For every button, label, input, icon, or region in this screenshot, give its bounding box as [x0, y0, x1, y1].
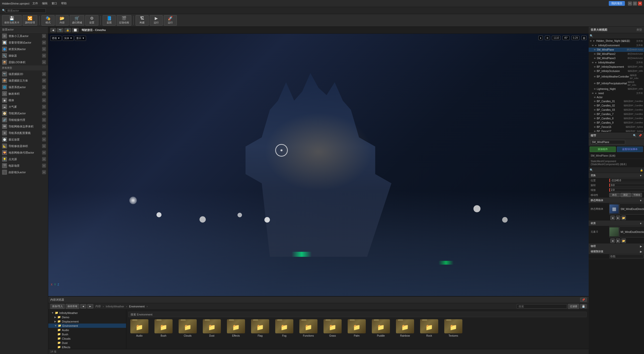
- content-button[interactable]: 📂 内容: [56, 15, 69, 26]
- close-button[interactable]: ✕: [638, 2, 642, 6]
- outliner-item-bp-candles-01[interactable]: 👁 BP_Candles_01 编辑器BP_Candles: [589, 99, 644, 103]
- material-browse[interactable]: 📂: [621, 238, 626, 243]
- folder-clouds[interactable]: 📁 Clouds: [177, 318, 199, 347]
- add-terrain-proxy-btn[interactable]: +: [42, 151, 46, 155]
- save-all-button[interactable]: 保存所有: [66, 304, 79, 309]
- left-item-scene-capture-2d[interactable]: 📷 场景捕获2D +: [0, 71, 48, 77]
- nav-forward-btn[interactable]: ►: [87, 304, 93, 308]
- marketplace-button[interactable]: 🛒 虚幻商城: [70, 15, 84, 26]
- outliner-item-bp-candles-02[interactable]: 👁 BP_Candles_02 编辑器BP_Candles: [589, 103, 644, 108]
- minimize-button[interactable]: ─: [628, 2, 632, 6]
- crosshair-btn[interactable]: ⊕: [545, 36, 550, 40]
- left-item-trigger-volume[interactable]: ⬡ 触发体积 +: [0, 90, 48, 97]
- record-btn[interactable]: ●: [538, 36, 543, 40]
- mobility-fixed-btn[interactable]: 固定: [620, 193, 631, 197]
- left-item-var-manager[interactable]: 📊 变量管理测试actor +: [0, 39, 48, 46]
- outliner-item-hidden-shrine[interactable]: 👁 ▼ Hidden_Shrine_Night (编辑器) 文件夹: [589, 39, 644, 43]
- outliner-item-bp-occlusion[interactable]: 👁 BP_InfinityOcclusion 编辑器BP_Infin: [589, 69, 644, 73]
- left-item-manipulator[interactable]: 🔧 操纵器 +: [0, 52, 48, 59]
- left-item-nav-test[interactable]: 🧭 导航测试actor +: [0, 110, 48, 117]
- outliner-item-sm-windplane3[interactable]: 👁 SM_WindPlane3 静态MeshActor: [589, 56, 644, 60]
- transform-header[interactable]: 变换 ▼: [589, 173, 644, 178]
- build-button[interactable]: 🏗 构建: [136, 15, 149, 26]
- add-manipulator-btn[interactable]: +: [42, 54, 46, 58]
- left-item-nav-system[interactable]: ⚙ 导航系统配置重载 +: [0, 130, 48, 136]
- left-item-atmosphere-fog[interactable]: ☁ 大气雾 +: [0, 103, 48, 110]
- outliner-item-sm-windplane2[interactable]: 👁 SM_WindPlane2 静态MeshActor: [589, 52, 644, 56]
- source-control-button[interactable]: 🔀 源码管理: [23, 15, 37, 26]
- viewport-lock-btn[interactable]: 🔒: [64, 28, 71, 32]
- solid-btn[interactable]: 实体 ▼: [63, 36, 74, 41]
- folder-effects[interactable]: 📁 Effects: [225, 318, 247, 347]
- save-button[interactable]: 💾 保存当前关卡: [2, 15, 22, 26]
- back-btn[interactable]: ◀: [50, 28, 56, 32]
- folder-palm[interactable]: 📁 Palm: [346, 318, 368, 347]
- outliner-item-bp-fence17[interactable]: 👁 BP_Fence17 编辑器BP_Spline: [589, 129, 644, 132]
- left-item-nav-modifier[interactable]: 📐 导航修改器体积 +: [0, 143, 48, 149]
- left-item-scene-system[interactable]: 🌐 场景系统actor +: [0, 84, 48, 90]
- blueprints-button[interactable]: 📘 蓝图: [103, 15, 116, 26]
- menu-help[interactable]: 帮助: [61, 2, 67, 5]
- outliner-item-bp-candles-8[interactable]: 👁 BP_Candles_8 编辑器BP_Candles: [589, 116, 644, 121]
- menu-edit[interactable]: 编辑: [42, 2, 48, 5]
- add-nav-test-btn[interactable]: +: [42, 111, 46, 115]
- outliner-item-infinity-env[interactable]: 👁 ▼ InfinityEnvironment 文件夹: [589, 43, 644, 48]
- left-item-nav-mesh[interactable]: 🗺 导航网格体边界体积 +: [0, 123, 48, 130]
- left-item-terrain-proxy[interactable]: 🌄 地形网格体代理actor +: [0, 149, 48, 156]
- add-component-button[interactable]: 添加组件: [590, 147, 616, 152]
- add-lod-btn[interactable]: +: [42, 60, 46, 64]
- outliner-item-bp-candles-7[interactable]: 👁 BP_Candles_7 编辑器BP_Candles: [589, 112, 644, 116]
- left-item-scene-capture-cube[interactable]: 📦 场景捕获立方体 +: [0, 77, 48, 84]
- details-filter-input[interactable]: [594, 169, 639, 171]
- tree-item-environment[interactable]: ▼ 📁 Environment: [48, 324, 126, 328]
- outliner-item-bp-weather-ctrl[interactable]: 👁 BP_InfinityWeatherController 编辑器BP_Inf…: [589, 73, 644, 80]
- add-nav-mesh-btn[interactable]: +: [42, 124, 46, 128]
- nav-back-btn[interactable]: ◄: [80, 304, 86, 308]
- outliner-item-bp-displacement[interactable]: 👁 BP_InfinityDisplacement 编辑器BP_Infin: [589, 65, 644, 69]
- show-btn[interactable]: 显示 ▼: [75, 36, 86, 41]
- save-panel-btn[interactable]: 💾: [580, 304, 587, 308]
- perspective-btn[interactable]: 透视 ▼: [50, 36, 62, 41]
- add-import-button[interactable]: 添加/导入: [50, 304, 65, 309]
- tree-item-infinityweather[interactable]: ▼ 📁 InfinityWeather: [48, 311, 126, 315]
- folder-rainbow[interactable]: 📁 Rainbow: [394, 318, 416, 347]
- left-item-replace-tool[interactable]: ⟳ 替换小工具actor +: [0, 33, 48, 39]
- mesh-input[interactable]: [619, 203, 644, 215]
- outliner-item-bp-candles-9[interactable]: 👁 BP_Candles_9 编辑器BP_Candles: [589, 121, 644, 125]
- folder-puddle[interactable]: 📁 Puddle: [370, 318, 392, 347]
- launch-button[interactable]: 🚀 运行: [164, 15, 177, 26]
- outliner-item-infinity-weather[interactable]: 👁 ▼ InfinityWeather 文件夹: [589, 60, 644, 65]
- layout-btn[interactable]: ▤: [581, 36, 587, 40]
- filter-button[interactable]: 过滤器: [568, 304, 579, 309]
- add-brush-btn[interactable]: +: [42, 98, 46, 102]
- category-all-types[interactable]: 所有类型: [0, 65, 48, 71]
- rotation-x[interactable]: [609, 183, 644, 187]
- add-scene-capture-cube-btn[interactable]: +: [42, 79, 46, 83]
- settings-button[interactable]: ⚙ 设置: [85, 15, 98, 26]
- outliner-item-lightening[interactable]: 👁 Lightening_Night 编辑器BP_Infin: [589, 87, 644, 91]
- tree-item-dust[interactable]: 📁 Dust: [48, 341, 126, 345]
- collision-input[interactable]: [609, 255, 644, 258]
- outliner-search-input[interactable]: [593, 34, 643, 38]
- play-button[interactable]: ▶ 运行: [150, 15, 163, 26]
- add-atmosphere-fog-btn[interactable]: +: [42, 105, 46, 109]
- outliner-item-bp-fence16[interactable]: 👁 BP_Fence16 编辑器BP_Spline: [589, 125, 644, 129]
- add-var-btn[interactable]: +: [42, 41, 46, 45]
- content-search-input[interactable]: [517, 304, 567, 309]
- pin-btn[interactable]: 📌: [580, 298, 587, 302]
- mesh-nav-back[interactable]: ◄: [610, 216, 615, 220]
- left-item-lod[interactable]: 📦 层级LOD体积 +: [0, 59, 48, 65]
- folder-fog[interactable]: 📁 Fog: [273, 318, 295, 347]
- add-camera-btn[interactable]: +: [42, 170, 46, 174]
- outliner-item-bp-hail[interactable]: 👁 BP_InfinityPrecipitationHail 编辑器BP_Inf…: [589, 80, 644, 87]
- tree-item-bush[interactable]: 📁 Bush: [48, 332, 126, 336]
- mode-button[interactable]: 🎭 模式: [42, 15, 55, 26]
- blueprint-button[interactable]: 蓝图/添加脚本: [617, 147, 643, 152]
- outliner-item-need[interactable]: 👁 ▼ need 文件夹: [589, 91, 644, 95]
- viewport[interactable]: 透视 ▼ 实体 ▼ 显示 ▼ ● ⊕ 1110 45° 0.29 ▤ X Y: [48, 34, 589, 296]
- add-point-light-btn[interactable]: +: [42, 157, 46, 161]
- tab-indicator[interactable]: 📷: [57, 28, 63, 32]
- left-item-camera[interactable]: 🎥 由影镜头actor +: [0, 169, 48, 175]
- add-nav-system-btn[interactable]: +: [42, 131, 46, 135]
- mesh-nav-fwd[interactable]: ►: [616, 216, 620, 220]
